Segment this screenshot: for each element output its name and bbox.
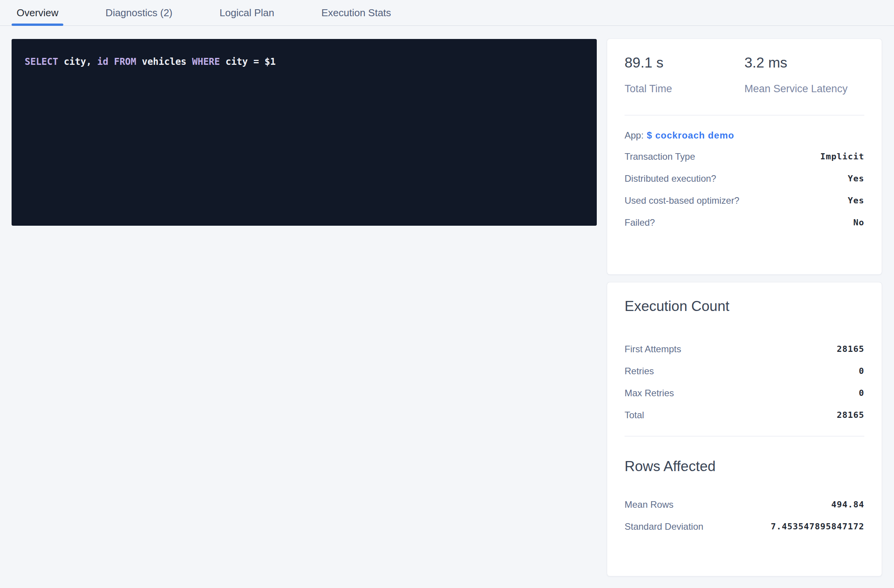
execution-count-title: Execution Count [625, 298, 864, 315]
summary-attribute-rows: Transaction Type Implicit Distributed ex… [625, 145, 864, 233]
tab-logical-plan[interactable]: Logical Plan [215, 0, 279, 25]
total-time-label: Total Time [625, 83, 745, 95]
stat-label: Transaction Type [625, 151, 695, 162]
tab-list: Overview Diagnostics (2) Logical Plan Ex… [12, 0, 433, 25]
execution-count-rows: First Attempts 28165 Retries 0 Max Retri… [625, 338, 864, 426]
stat-label: First Attempts [625, 344, 681, 355]
stat-value: Yes [848, 196, 864, 205]
stat-row: Total 28165 [625, 404, 864, 426]
stat-label: Retries [625, 366, 654, 377]
mean-service-latency-metric: 3.2 ms Mean Service Latency [745, 54, 865, 95]
stat-value: 7.453547895847172 [771, 522, 864, 531]
stat-value: 0 [859, 388, 864, 398]
stat-row: Used cost-based optimizer? Yes [625, 189, 864, 211]
stat-row: Failed? No [625, 211, 864, 233]
stat-row: Retries 0 [625, 360, 864, 382]
tab-label: Execution Stats [321, 7, 391, 19]
details-column: 89.1 s Total Time 3.2 ms Mean Service La… [607, 39, 882, 576]
stat-label: Failed? [625, 217, 655, 228]
sql-text [108, 56, 114, 67]
stat-label: Distributed execution? [625, 173, 716, 184]
stat-row: Max Retries 0 [625, 382, 864, 404]
sql-statement: SELECT city, id FROM vehicles WHERE city… [25, 56, 276, 67]
stat-value: Yes [848, 174, 864, 183]
sql-keyword: WHERE [192, 56, 220, 67]
stat-value: No [853, 218, 865, 227]
stat-value: 494.84 [831, 500, 864, 509]
statement-column: SELECT city, id FROM vehicles WHERE city… [12, 39, 597, 226]
stat-label: Used cost-based optimizer? [625, 195, 739, 206]
rows-affected-rows: Mean Rows 494.84 Standard Deviation 7.45… [625, 493, 864, 537]
metrics-row: 89.1 s Total Time 3.2 ms Mean Service La… [625, 54, 864, 95]
total-time-value: 89.1 s [625, 54, 745, 71]
stat-value: 28165 [837, 344, 864, 354]
tab-label: Logical Plan [220, 7, 274, 19]
summary-divider [625, 115, 864, 115]
total-time-metric: 89.1 s Total Time [625, 54, 745, 95]
stat-label: Mean Rows [625, 499, 674, 510]
sql-statement-box: SELECT city, id FROM vehicles WHERE city… [12, 39, 597, 226]
app-link[interactable]: $ cockroach demo [647, 130, 734, 140]
sql-keyword: SELECT [25, 56, 58, 67]
sql-text: city, [58, 56, 97, 67]
stat-value: 28165 [837, 410, 864, 420]
stats-divider [625, 436, 864, 436]
stat-label: Max Retries [625, 388, 674, 399]
stat-row: Distributed execution? Yes [625, 167, 864, 189]
mean-service-latency-value: 3.2 ms [745, 54, 865, 71]
sql-keyword: FROM [114, 56, 136, 67]
sql-keyword: id [97, 56, 108, 67]
execution-stats-card: Execution Count First Attempts 28165 Ret… [607, 282, 882, 576]
statement-overview-page: SELECT city, id FROM vehicles WHERE city… [0, 26, 894, 576]
overview-summary-card: 89.1 s Total Time 3.2 ms Mean Service La… [607, 39, 882, 274]
sql-text: city = $1 [220, 56, 276, 67]
tab-label: Diagnostics (2) [105, 7, 172, 19]
stat-label: Standard Deviation [625, 521, 703, 532]
stat-row: Standard Deviation 7.453547895847172 [625, 515, 864, 537]
tab-overview[interactable]: Overview [12, 0, 63, 25]
rows-affected-title: Rows Affected [625, 458, 864, 475]
tab-execution-stats[interactable]: Execution Stats [316, 0, 396, 25]
sql-text: vehicles [136, 56, 192, 67]
stat-label: Total [625, 410, 644, 421]
stat-row: Mean Rows 494.84 [625, 493, 864, 515]
stat-row: First Attempts 28165 [625, 338, 864, 360]
tab-diagnostics-2[interactable]: Diagnostics (2) [100, 0, 177, 25]
mean-service-latency-label: Mean Service Latency [745, 83, 865, 95]
tab-label: Overview [17, 7, 58, 19]
app-label: App: [625, 130, 643, 140]
stat-value: Implicit [820, 152, 864, 161]
app-row: App:$ cockroach demo [625, 130, 864, 141]
stat-value: 0 [859, 366, 864, 376]
stat-row: Transaction Type Implicit [625, 145, 864, 167]
tab-bar: Overview Diagnostics (2) Logical Plan Ex… [0, 0, 894, 26]
